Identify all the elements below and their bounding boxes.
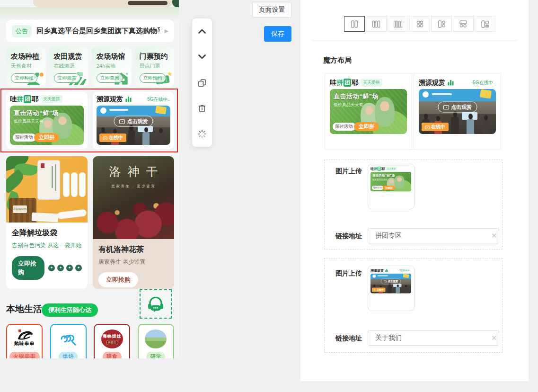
garbage-bags-photo: Flowers [6,156,88,223]
product-card-roselle-tea[interactable]: 洛神干 居家养生 / 老少皆宜 有机洛神花茶 居家养生 老少皆宜 立即抢购 [93,156,174,289]
top-banner-avatar [172,0,179,8]
live-banner-image[interactable]: 点击观赏 在线中 [97,106,170,145]
preview-cell-1[interactable]: 哇拼团耶 天天爱拼 直击活动“鲜”场 低价真品天天有 限时活动立即拼 [325,73,412,150]
layout-option-5-columns[interactable] [388,16,408,32]
divider [312,41,517,41]
roselle-poster: 洛神干 居家养生 / 老少皆宜 [93,156,174,239]
groupbuy-banner-card[interactable]: 哇 拼 团 耶 天天爱拼 直击活动“鲜”场 低价真品天天有 限时活动 立即拼 [6,92,88,149]
product-subtitle: 告别白色污染 从这一袋开始 [12,241,82,249]
preview-cell-2[interactable]: 溯源观赏 ·5G在线中.. 点击观赏 在线中 [414,73,501,150]
chevron-right-icon[interactable]: ▶ [165,28,168,34]
layout-option-2-columns[interactable] [344,16,365,32]
shop-tag: 火锅串串 [9,352,40,358]
storefront-sign-number [155,106,167,114]
groupbuy-banner-image[interactable]: 直击活动“鲜”场 低价真品天天有 限时活动 立即拼 [10,106,84,145]
poster-title: 洛神干 [93,164,174,179]
category-title: 农场种植 [11,52,46,61]
category-subtitle: 天然食材 [11,62,46,70]
product-card-garbage-bags[interactable]: Flowers 全降解垃圾袋 告别白色污染 从这一袋开始 立即抢购 ✦✦✦✦ [6,156,88,289]
shop-card-tea-kitchen[interactable]: 海峡姐妹 茶膳坊 膳食 [94,324,130,358]
move-up-button[interactable] [197,26,207,36]
product-title: 全降解垃圾袋 [12,228,82,238]
announcement-text: 回乡真选平台是回乡集团旗下真选购物平… [36,27,160,36]
link-label: 链接地址 [335,334,362,343]
loading-button[interactable] [197,129,207,139]
shop-tag: 膳食 [103,352,122,358]
online-label: 在线中 [109,134,123,141]
layout-option-3-columns[interactable] [366,16,387,32]
crowd-person [157,132,165,145]
category-button[interactable]: 立即预约 [140,73,166,83]
live-banner-card[interactable]: 溯源观赏 ·5G在线中.. 点击观赏 [93,92,174,149]
buy-now-button[interactable]: 立即抢购 [98,272,138,287]
image-link-section-2: 图片上传 溯源观赏 ·5G在线中.. 点击观赏 在线中 [324,258,503,353]
announcement-bar[interactable]: 公告 回乡真选平台是回乡集团旗下真选购物平… ▶ [6,20,174,42]
link-label: 链接地址 [335,232,362,241]
category-button[interactable]: 立即查阅 [97,73,123,83]
shop-card-bakery[interactable]: 烘焙 [50,324,87,358]
category-subtitle: 景点门票 [140,62,175,70]
customer-service-widget[interactable] [140,289,172,319]
crowd-person [128,130,135,145]
category-button[interactable]: 立即观赏 [54,73,80,83]
shop-row: 鹅味串串 火锅串串 烘焙 海峡姐妹 茶膳坊 膳食 研学 [6,324,174,358]
watch-live-button[interactable]: 点击观赏 [114,116,153,127]
bar-chart-icon [125,96,132,102]
banner-headline: 直击活动“鲜”场 [14,109,59,117]
uploaded-image-thumbnail-1[interactable]: 哇拼团耶 天天爱拼 直击活动“鲜”场 低价真品天天有 限时活动立即拼 [368,164,415,209]
duplicate-button[interactable] [197,78,207,88]
bag-sheet [32,213,59,223]
upload-label: 图片上传 [335,269,362,278]
clear-icon[interactable]: ✕ [491,334,497,342]
layout-option-grid-2x2[interactable] [409,16,430,32]
category-subtitle: 24h实地 [97,62,132,70]
category-button[interactable]: 立即种植 [11,73,37,83]
field-photo-logo [145,328,167,348]
category-card-farm-planting[interactable]: 农场种植 天然食材 立即种植 [6,47,46,87]
blue-coil-logo [58,328,79,348]
spinner-icon [197,129,207,139]
local-life-heading: 本地生活 [6,303,42,315]
copy-icon [197,78,207,88]
banner-title-part: 拼 [17,95,23,104]
bar-chart-icon [448,80,454,86]
product-title: 有机洛神花茶 [98,245,168,255]
chevron-up-icon [197,27,207,36]
link-address-input-1[interactable] [368,228,499,243]
shop-tag: 研学 [146,352,165,358]
product-subtitle: 居家养生 老少皆宜 [98,258,168,266]
panel-title: 魔方布局 [323,56,352,65]
tv-play-icon [119,119,125,124]
trash-icon [197,104,207,113]
local-life-slogan-pill: 便利生活随心达 [42,303,98,317]
shop-card-hotpot[interactable]: 鹅味串串 火锅串串 [6,324,43,358]
delete-button[interactable] [197,103,207,114]
magic-cube-component[interactable]: 哇 拼 团 耶 天天爱拼 直击活动“鲜”场 低价真品天天有 限时活动 立即拼 溯… [6,92,174,149]
category-title: 门票预约 [140,52,175,61]
layout-option-1-left-2-right[interactable] [431,16,452,32]
category-card-field-viewing[interactable]: 农田观赏 在线溯源 立即观赏 [49,47,89,87]
link-address-input-2[interactable] [368,330,499,346]
uploaded-image-thumbnail-2[interactable]: 溯源观赏 ·5G在线中.. 点击观赏 在线中 [368,266,415,311]
magic-cube-preview: 哇拼团耶 天天爱拼 直击活动“鲜”场 低价真品天天有 限时活动立即拼 溯源观赏 … [325,73,502,150]
eco-certification-icons: ✦✦✦✦ [48,265,82,271]
layout-option-1-top-2-bottom[interactable] [453,16,474,32]
join-group-button[interactable]: 立即拼 [34,133,59,142]
banner-badge: 天天爱拼 [41,95,62,103]
shop-card-study-tour[interactable]: 研学 [138,324,174,358]
layout-option-1-left-3-right[interactable] [475,16,495,32]
groupbuy-banner-header: 哇 拼 团 耶 天天爱拼 [10,95,84,103]
banner-tag: 限时活动 [13,134,36,142]
category-card-ticket-booking[interactable]: 门票预约 景点门票 立即预约 [135,47,175,87]
category-card-farm-venue[interactable]: 农场场馆 24h实地 立即查阅 [92,47,132,87]
save-button[interactable]: 保存 [264,26,291,42]
buy-now-button[interactable]: 立即抢购 [12,256,44,280]
phone-preview: 公告 回乡真选平台是回乡集团旗下真选购物平… ▶ 农场种植 天然食材 立即种植 … [0,0,179,358]
preview-live-image: 点击观赏 在线中 [419,89,496,134]
clear-icon[interactable]: ✕ [491,232,497,240]
settings-panel: 魔方布局 哇拼团耶 天天爱拼 直击活动“鲜”场 低价真品天天有 限时活动立即拼 … [300,0,529,381]
category-row: 农场种植 天然食材 立即种植 农田观赏 在线溯源 立即观赏 农场场馆 24h实地… [6,47,174,87]
page-settings-button[interactable]: 页面设置 [252,2,291,18]
move-down-button[interactable] [197,52,207,62]
banner-title-part: 耶 [32,95,38,104]
